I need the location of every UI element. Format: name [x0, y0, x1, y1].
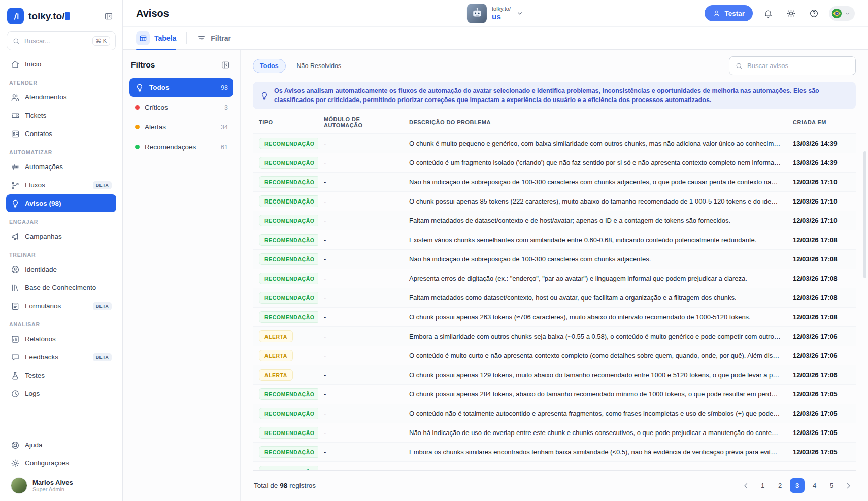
- page-button-5[interactable]: 5: [824, 478, 839, 493]
- table-row[interactable]: RECOMENDAÇÃO-Não há indicação de sobrepo…: [253, 250, 856, 269]
- table-row[interactable]: RECOMENDAÇÃO-Não há indicação de uso de …: [253, 423, 856, 443]
- page-button-1[interactable]: 1: [755, 478, 770, 493]
- lightbulb-icon: [135, 83, 144, 92]
- sidebar-item-campanhas[interactable]: Campanhas: [6, 227, 116, 245]
- sidebar-item-relatorios[interactable]: Relatórios: [6, 330, 116, 348]
- info-banner-text: Os Avisos analisam automaticamente os fl…: [274, 86, 849, 105]
- brand-logo[interactable]: [7, 8, 24, 24]
- table-row[interactable]: RECOMENDAÇÃO-O conteúdo não é totalmente…: [253, 404, 856, 423]
- sidebar-item-base-de-conhecimento[interactable]: Base de Conhecimento: [6, 279, 116, 296]
- table-row[interactable]: RECOMENDAÇÃO-Faltam metadados como datas…: [253, 288, 856, 308]
- table-row[interactable]: RECOMENDAÇÃO-O conteúdo é um fragmento i…: [253, 153, 856, 173]
- tipo-cell: RECOMENDAÇÃO: [253, 173, 318, 192]
- sidebar-section-label: AUTOMATIZAR: [9, 149, 113, 155]
- criada-cell: 12/03/26 17:05: [787, 443, 856, 462]
- table-row[interactable]: RECOMENDAÇÃO-O chunk possui apenas 263 t…: [253, 308, 856, 327]
- sidebar-collapse-button[interactable]: [102, 10, 115, 23]
- tab-filtrar[interactable]: Filtrar: [197, 27, 231, 49]
- sidebar-item-fluxos[interactable]: FluxosBETA: [6, 176, 116, 194]
- user-avatar: [11, 477, 27, 494]
- sidebar-section-label: ANALISAR: [9, 321, 113, 327]
- sidebar-item-tickets[interactable]: Tickets: [6, 107, 116, 124]
- sidebar-item-testes[interactable]: Testes: [6, 366, 116, 384]
- sidebar-item-label: Base de Conhecimento: [25, 284, 112, 291]
- sidebar-item-formularios[interactable]: FormuláriosBETA: [6, 297, 116, 315]
- page-button-4[interactable]: 4: [807, 478, 822, 493]
- avisos-search-input[interactable]: [747, 62, 850, 70]
- table-row[interactable]: RECOMENDAÇÃO-O chunk possui apenas 85 to…: [253, 192, 856, 211]
- tipo-badge: RECOMENDAÇÃO: [259, 388, 318, 400]
- modulo-cell: -: [318, 423, 403, 443]
- filter-item-todos[interactable]: Todos98: [129, 78, 233, 97]
- sidebar-item-logs[interactable]: Logs: [6, 385, 116, 403]
- table-row[interactable]: RECOMENDAÇÃO-Não há indicação de sobrepo…: [253, 173, 856, 192]
- tipo-cell: RECOMENDAÇÃO: [253, 443, 318, 462]
- sidebar-item-contatos[interactable]: Contatos: [6, 125, 116, 143]
- flow-icon: [11, 181, 20, 190]
- filter-item-criticos[interactable]: Críticos3: [129, 98, 233, 117]
- pill-todos[interactable]: Todos: [253, 59, 286, 73]
- table-row[interactable]: ALERTA-O chunk possui apenas 129 tokens,…: [253, 365, 856, 385]
- sidebar-item-identidade[interactable]: Identidade: [6, 260, 116, 278]
- table-row[interactable]: RECOMENDAÇÃO-O chunk não apresenta metad…: [253, 462, 856, 470]
- column-header-tipo[interactable]: TIPO: [253, 110, 318, 134]
- filter-item-alertas[interactable]: Alertas34: [129, 118, 233, 137]
- page-button-2[interactable]: 2: [773, 478, 787, 493]
- criada-cell: 12/03/26 17:06: [787, 327, 856, 346]
- table-row[interactable]: ALERTA-O conteúdo é muito curto e não ap…: [253, 346, 856, 365]
- help-button[interactable]: [806, 6, 821, 21]
- table-row[interactable]: RECOMENDAÇÃO-Embora os chunks similares …: [253, 443, 856, 462]
- avisos-search[interactable]: [729, 56, 856, 75]
- filters-collapse-button[interactable]: [219, 58, 232, 72]
- table-row[interactable]: RECOMENDAÇÃO-Existem vários chunks semel…: [253, 230, 856, 250]
- sidebar-item-ajuda[interactable]: Ajuda: [6, 436, 116, 454]
- tipo-badge: RECOMENDAÇÃO: [259, 446, 318, 458]
- sidebar-item-configuracoes[interactable]: Configurações: [6, 454, 116, 472]
- beta-badge: BETA: [93, 353, 112, 361]
- descricao-cell: O chunk não apresenta metadados organiza…: [403, 462, 787, 470]
- sidebar-item-label: Relatórios: [25, 335, 112, 343]
- sidebar-item-atendimentos[interactable]: Atendimentos: [6, 88, 116, 106]
- filter-item-recomendacoes[interactable]: Recomendações61: [129, 138, 233, 156]
- sidebar-search[interactable]: ⌘ K: [7, 31, 116, 50]
- sidebar-item-label: Atendimentos: [25, 93, 112, 101]
- sidebar-item-label: Campanhas: [25, 232, 112, 240]
- brand-name: tolky.to/: [28, 11, 70, 22]
- descricao-cell: Embora os chunks similares encontrados t…: [403, 443, 787, 462]
- prev-page-button[interactable]: [740, 479, 753, 492]
- avatar-image: [467, 4, 487, 23]
- next-page-button[interactable]: [842, 479, 855, 492]
- sidebar-item-inicio[interactable]: Início: [6, 55, 116, 73]
- chevron-right-icon: [844, 481, 853, 490]
- sidebar-item-avisos-98[interactable]: Avisos (98): [6, 194, 116, 212]
- tipo-badge: RECOMENDAÇÃO: [259, 195, 318, 207]
- table-row[interactable]: RECOMENDAÇÃO-Apresenta erros de digitaçã…: [253, 269, 856, 288]
- table-row[interactable]: RECOMENDAÇÃO-Faltam metadados de dataset…: [253, 211, 856, 230]
- column-header-modulo-de-automacao[interactable]: MÓDULO DE AUTOMAÇÃO: [318, 110, 403, 134]
- filters-list: Todos98Críticos3Alertas34Recomendações61: [129, 78, 233, 156]
- sidebar-item-feedbacks[interactable]: FeedbacksBETA: [6, 348, 116, 366]
- user-menu[interactable]: Marlos Alves Super Admin: [6, 473, 116, 495]
- tab-tabela[interactable]: Tabela: [136, 27, 176, 49]
- page-button-3[interactable]: 3: [790, 478, 805, 493]
- language-selector[interactable]: [829, 6, 855, 21]
- sidebar-item-automacoes[interactable]: Automações: [6, 158, 116, 176]
- pill-nao-resolvidos[interactable]: Não Resolvidos: [290, 59, 349, 73]
- column-header-criada-em[interactable]: CRIADA EM: [787, 110, 856, 134]
- test-button[interactable]: Testar: [705, 5, 753, 21]
- table-row[interactable]: RECOMENDAÇÃO-O chunk possui apenas 284 t…: [253, 385, 856, 404]
- table-row[interactable]: RECOMENDAÇÃO-O chunk é muito pequeno e g…: [253, 134, 856, 153]
- theme-toggle-button[interactable]: [783, 6, 798, 21]
- criada-cell: 12/03/26 17:08: [787, 308, 856, 327]
- notifications-button[interactable]: [760, 6, 776, 21]
- identity-icon: [11, 265, 20, 274]
- sidebar-search-input[interactable]: [24, 37, 88, 45]
- column-header-descricao-do-problema[interactable]: DESCRIÇÃO DO PROBLEMA: [403, 110, 787, 134]
- criada-cell: 12/03/26 17:05: [787, 462, 856, 470]
- table-row[interactable]: ALERTA-Embora a similaridade com outros …: [253, 327, 856, 346]
- avatar-selector[interactable]: tolky.to/ us: [467, 4, 524, 23]
- avisos-table: TIPOMÓDULO DE AUTOMAÇÃODESCRIÇÃO DO PROB…: [253, 110, 856, 470]
- tipo-cell: RECOMENDAÇÃO: [253, 134, 318, 153]
- scrollbar[interactable]: [863, 151, 866, 278]
- filter-count: 34: [221, 124, 228, 131]
